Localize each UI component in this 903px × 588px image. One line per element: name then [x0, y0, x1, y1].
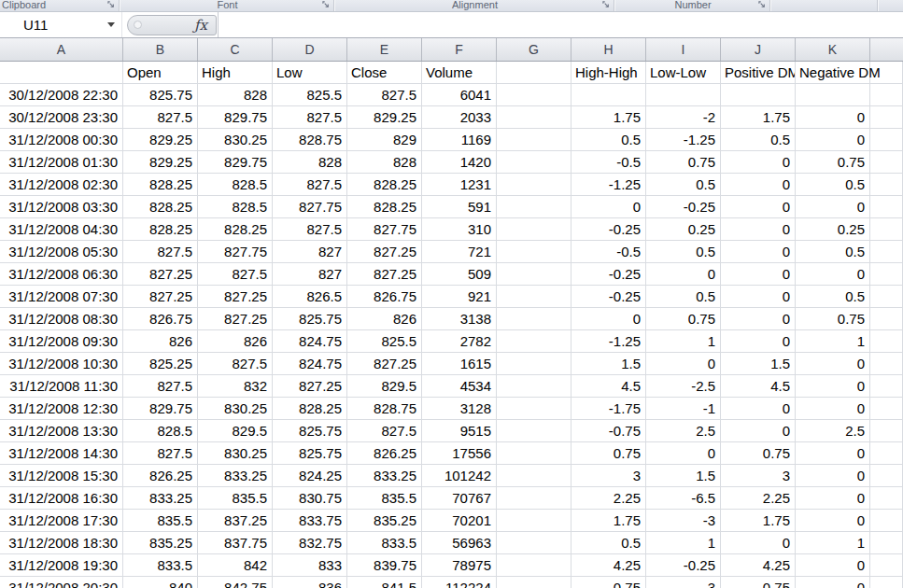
cell[interactable]: 824.75: [273, 330, 347, 353]
cell[interactable]: [497, 263, 571, 286]
cell[interactable]: -0.75: [571, 420, 646, 442]
cell[interactable]: 0.75: [721, 442, 796, 465]
cell[interactable]: 824.25: [273, 465, 347, 487]
cell[interactable]: -0.25: [571, 286, 646, 308]
cell[interactable]: 31/12/2008 03:30: [0, 196, 123, 218]
dialog-launcher-icon[interactable]: [758, 1, 767, 9]
cell[interactable]: 0.25: [646, 218, 721, 241]
cell[interactable]: [870, 532, 903, 554]
cell[interactable]: 827.5: [347, 420, 422, 442]
cell[interactable]: 2782: [422, 330, 497, 353]
cell[interactable]: 4.25: [721, 554, 796, 577]
cell[interactable]: [497, 442, 571, 465]
cell[interactable]: 31/12/2008 11:30: [0, 375, 123, 398]
cell[interactable]: 2.25: [571, 487, 646, 510]
cell[interactable]: -1.75: [571, 398, 646, 420]
cell[interactable]: 0.75: [571, 577, 646, 588]
cell[interactable]: 31/12/2008 06:30: [0, 263, 123, 286]
cell[interactable]: 31/12/2008 16:30: [0, 487, 123, 510]
cell[interactable]: 829.25: [123, 151, 198, 174]
cell[interactable]: -1.25: [571, 330, 646, 353]
cell[interactable]: 0: [796, 196, 870, 218]
cell[interactable]: [870, 353, 903, 375]
cell[interactable]: [497, 196, 571, 218]
cell[interactable]: 825.75: [273, 308, 347, 330]
dialog-launcher-icon[interactable]: [322, 1, 331, 9]
cell[interactable]: 827.5: [273, 174, 347, 196]
cell[interactable]: [497, 577, 571, 588]
cell[interactable]: [497, 174, 571, 196]
cell[interactable]: 1.5: [721, 353, 796, 375]
cell[interactable]: 31/12/2008 17:30: [0, 510, 123, 532]
cell[interactable]: 829.75: [198, 106, 273, 129]
cell[interactable]: Positive DM: [721, 62, 796, 84]
cell[interactable]: 829.25: [347, 106, 422, 129]
cell[interactable]: 31/12/2008 00:30: [0, 129, 123, 151]
cell[interactable]: [497, 151, 571, 174]
cell[interactable]: 721: [422, 241, 497, 263]
cell[interactable]: 827.5: [123, 106, 198, 129]
cell[interactable]: 101242: [422, 465, 497, 487]
cell[interactable]: 1169: [422, 129, 497, 151]
cell[interactable]: 827.5: [347, 84, 422, 106]
cell[interactable]: 2.5: [796, 420, 870, 442]
cell[interactable]: -0.5: [571, 241, 646, 263]
cell[interactable]: 828.25: [347, 174, 422, 196]
cell[interactable]: 825.5: [347, 330, 422, 353]
cell[interactable]: 828.25: [273, 398, 347, 420]
cell[interactable]: 827.25: [347, 353, 422, 375]
cell[interactable]: 828.5: [123, 420, 198, 442]
cell[interactable]: -0.5: [571, 151, 646, 174]
cell[interactable]: 0: [796, 510, 870, 532]
cell[interactable]: 826: [198, 330, 273, 353]
cell[interactable]: 825.75: [123, 84, 198, 106]
cell[interactable]: 31/12/2008 14:30: [0, 442, 123, 465]
cell[interactable]: [870, 330, 903, 353]
cell[interactable]: 828.5: [198, 196, 273, 218]
cell[interactable]: [497, 353, 571, 375]
cell[interactable]: 824.75: [273, 353, 347, 375]
formula-input[interactable]: [219, 12, 903, 37]
cell[interactable]: 1.75: [571, 106, 646, 129]
cell[interactable]: 0: [721, 398, 796, 420]
cell[interactable]: 0.75: [646, 308, 721, 330]
cell[interactable]: -0.25: [571, 263, 646, 286]
cell[interactable]: 0.5: [796, 286, 870, 308]
cell[interactable]: 828.75: [347, 398, 422, 420]
cell[interactable]: 0: [721, 420, 796, 442]
cell[interactable]: 828.5: [198, 174, 273, 196]
cell[interactable]: 0: [571, 196, 646, 218]
cell[interactable]: 0: [796, 263, 870, 286]
dialog-launcher-icon[interactable]: [107, 1, 116, 9]
cell[interactable]: 30/12/2008 22:30: [0, 84, 123, 106]
cell[interactable]: [497, 241, 571, 263]
cell[interactable]: 839.75: [347, 554, 422, 577]
cell[interactable]: [870, 106, 903, 129]
cell[interactable]: [497, 218, 571, 241]
cell[interactable]: 0.75: [571, 442, 646, 465]
cell[interactable]: 827.25: [198, 308, 273, 330]
cell[interactable]: 0: [796, 554, 870, 577]
cell[interactable]: 31/12/2008 20:30: [0, 577, 123, 588]
cell[interactable]: 17556: [422, 442, 497, 465]
cell[interactable]: 0.5: [571, 532, 646, 554]
cell[interactable]: 31/12/2008 01:30: [0, 151, 123, 174]
cell[interactable]: 832: [198, 375, 273, 398]
cell[interactable]: [870, 398, 903, 420]
column-header-partial[interactable]: [870, 38, 903, 61]
cell[interactable]: [870, 420, 903, 442]
cell[interactable]: [497, 308, 571, 330]
cell[interactable]: Close: [347, 62, 422, 84]
cell[interactable]: -0.25: [571, 218, 646, 241]
cell[interactable]: 835.5: [347, 487, 422, 510]
cell[interactable]: 0: [646, 353, 721, 375]
cell[interactable]: 833.25: [198, 465, 273, 487]
name-box-dropdown-icon[interactable]: [107, 22, 115, 27]
cell[interactable]: 827.5: [123, 375, 198, 398]
cell[interactable]: 0.75: [796, 308, 870, 330]
cell[interactable]: 841.5: [347, 577, 422, 588]
column-header-D[interactable]: D: [273, 38, 347, 61]
cell[interactable]: 0: [796, 106, 870, 129]
cell[interactable]: [497, 510, 571, 532]
cell[interactable]: 31/12/2008 18:30: [0, 532, 123, 554]
